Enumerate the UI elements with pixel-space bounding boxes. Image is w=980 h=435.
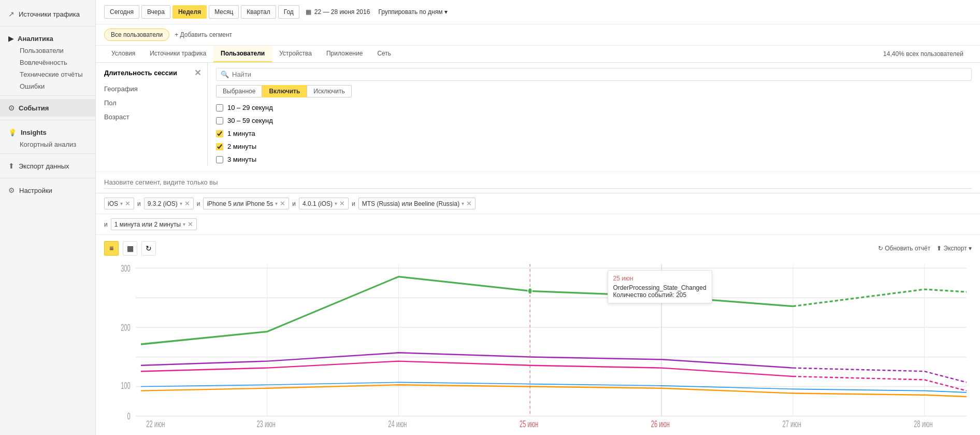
filter-option: 1 минута [216, 128, 972, 139]
sidebar-section-insights[interactable]: 💡 Insights [0, 123, 95, 138]
tab-stat: 14,40% всех пользователей [875, 46, 972, 62]
export-icon: ⬆ [936, 245, 942, 252]
filter-tag-close[interactable]: ✕ [466, 200, 472, 207]
insights-icon: 💡 [8, 129, 17, 136]
filter-connector: и [292, 200, 296, 207]
today-button[interactable]: Сегодня [104, 5, 139, 19]
filter-tag-close[interactable]: ✕ [339, 200, 345, 207]
filter-age[interactable]: Возраст [104, 110, 201, 124]
filter-options-list: 10 – 29 секунд30 – 59 секунд1 минута2 ми… [216, 102, 972, 165]
filter-tag-close[interactable]: ✕ [125, 200, 131, 207]
filter-option-checkbox[interactable] [216, 143, 223, 150]
svg-text:0: 0 [127, 411, 131, 421]
tag-arrow-icon: ▾ [462, 201, 464, 206]
filter-geography[interactable]: География [104, 82, 201, 96]
filter-tag: iPhone 5 или iPhone 5s▾✕ [203, 198, 289, 209]
events-icon: ⊙ [8, 104, 15, 112]
sidebar-item-export[interactable]: ⬆ Экспорт данных [0, 157, 95, 175]
filter-option-label: 10 – 29 секунд [227, 104, 273, 111]
filter-option-checkbox[interactable] [216, 130, 223, 137]
sidebar-item-users[interactable]: Пользователи [0, 45, 95, 57]
year-button[interactable]: Год [278, 5, 299, 19]
tab-conditions[interactable]: Условия [104, 46, 142, 62]
tag-arrow-icon: ▾ [183, 221, 185, 227]
filter-option-checkbox[interactable] [216, 156, 223, 163]
sidebar-divider-4 [0, 153, 95, 154]
include-tab-button[interactable]: Включить [262, 85, 307, 97]
yesterday-button[interactable]: Вчера [141, 5, 170, 19]
line-chart-button[interactable]: ≡ [104, 241, 119, 256]
group-by-selector[interactable]: Группировать по дням ▾ [378, 8, 448, 16]
filter-gender[interactable]: Пол [104, 96, 201, 110]
sidebar-item-technical-reports[interactable]: Технические отчёты [0, 68, 95, 80]
filter-search-input[interactable] [232, 71, 967, 78]
filter-tag-value[interactable]: MTS (Russia) или Beeline (Russia) [362, 200, 459, 207]
sidebar-item-settings[interactable]: ⚙ Настройки [0, 181, 95, 199]
export-button[interactable]: ⬆ Экспорт ▾ [936, 245, 972, 252]
filter-tag-value[interactable]: iPhone 5 или iPhone 5s [207, 200, 273, 207]
filter-tag-close[interactable]: ✕ [280, 200, 285, 207]
sidebar-divider-5 [0, 178, 95, 178]
refresh-chart-button[interactable]: ↻ [141, 241, 156, 256]
filter-close-button[interactable]: ✕ [194, 68, 201, 78]
week-button[interactable]: Неделя [172, 5, 207, 19]
sidebar-divider-1 [0, 26, 95, 26]
filter-options-panel: 🔍 Выбранное Включить Исключить 10 – 29 с… [208, 63, 972, 165]
filter-option-checkbox[interactable] [216, 117, 223, 124]
segment-name-input[interactable] [104, 176, 972, 189]
sidebar-item-traffic-sources[interactable]: ↗ Источники трафика [0, 5, 95, 23]
filter-option-label: 3 минуты [227, 156, 256, 163]
tag-arrow-icon: ▾ [120, 201, 123, 206]
filter-tabs: Условия Источники трафика Пользователи У… [96, 46, 980, 63]
filter-tag-close[interactable]: ✕ [188, 220, 193, 228]
tooltip-date: 25 июн [613, 275, 707, 282]
filter-area: Условия Источники трафика Пользователи У… [96, 46, 980, 193]
exclude-tab-button[interactable]: Исключить [307, 85, 351, 97]
selected-tab-button[interactable]: Выбранное [216, 85, 262, 97]
chart-container: 300 200 100 0 22 июн 23 июн 24 июн 25 ию… [104, 260, 972, 429]
settings-icon: ⚙ [8, 186, 15, 194]
tab-devices[interactable]: Устройства [272, 46, 319, 62]
all-users-segment[interactable]: Все пользователи [104, 29, 169, 41]
tab-traffic-sources[interactable]: Источники трафика [142, 46, 213, 62]
date-range[interactable]: ▦ 22 — 28 июня 2016 [306, 8, 370, 16]
filter-tag-value[interactable]: iOS [108, 200, 118, 207]
svg-text:24 июн: 24 июн [388, 418, 407, 429]
sidebar-section-analytics[interactable]: ▶ Аналитика [0, 30, 95, 45]
svg-text:25 июн: 25 июн [520, 418, 538, 429]
filter-connector: и [137, 200, 141, 207]
filter-option: 2 минуты [216, 141, 972, 152]
tab-app[interactable]: Приложение [319, 46, 370, 62]
segment-bar: Все пользователи + Добавить сегмент [96, 24, 980, 46]
sidebar-divider-2 [0, 95, 95, 96]
sidebar-item-errors[interactable]: Ошибки [0, 80, 95, 92]
filter-tag-value[interactable]: 9.3.2 (iOS) [148, 200, 178, 207]
svg-text:300: 300 [121, 263, 131, 273]
add-segment-button[interactable]: + Добавить сегмент [175, 31, 232, 38]
chart-toolbar: ≡ ▦ ↻ ↻ Обновить отчёт ⬆ Экспорт ▾ [104, 241, 972, 256]
bar-chart-button[interactable]: ▦ [123, 241, 137, 256]
sidebar-item-cohort[interactable]: Когортный анализ [0, 138, 95, 150]
filter-option-label: 30 – 59 секунд [227, 117, 273, 124]
filter-tag-value[interactable]: 4.0.1 (iOS) [302, 200, 333, 207]
update-report-button[interactable]: ↻ Обновить отчёт [878, 245, 930, 252]
filter-search-box[interactable]: 🔍 [216, 68, 972, 81]
export-chevron-icon: ▾ [969, 245, 972, 252]
sidebar-item-engagement[interactable]: Вовлечённость [0, 57, 95, 68]
filter-tag-value[interactable]: 1 минута или 2 минуты [114, 221, 181, 228]
tab-users[interactable]: Пользователи [213, 46, 272, 62]
svg-text:28 июн: 28 июн [914, 418, 932, 429]
sidebar-item-events[interactable]: ⊙ События [0, 99, 95, 117]
chart-area: ≡ ▦ ↻ ↻ Обновить отчёт ⬆ Экспорт ▾ [96, 235, 980, 435]
tag-arrow-icon: ▾ [275, 201, 278, 206]
filter-option: 10 – 29 секунд [216, 102, 972, 114]
filter-option: 30 – 59 секунд [216, 115, 972, 127]
quarter-button[interactable]: Квартал [241, 5, 276, 19]
filter-tag: 4.0.1 (iOS)▾✕ [299, 198, 349, 209]
calendar-icon: ▦ [306, 8, 311, 16]
filter-tag-close[interactable]: ✕ [184, 200, 190, 207]
month-button[interactable]: Месяц [209, 5, 239, 19]
filter-option-label: 2 минуты [227, 143, 256, 150]
filter-option-checkbox[interactable] [216, 104, 223, 111]
tab-network[interactable]: Сеть [370, 46, 398, 62]
